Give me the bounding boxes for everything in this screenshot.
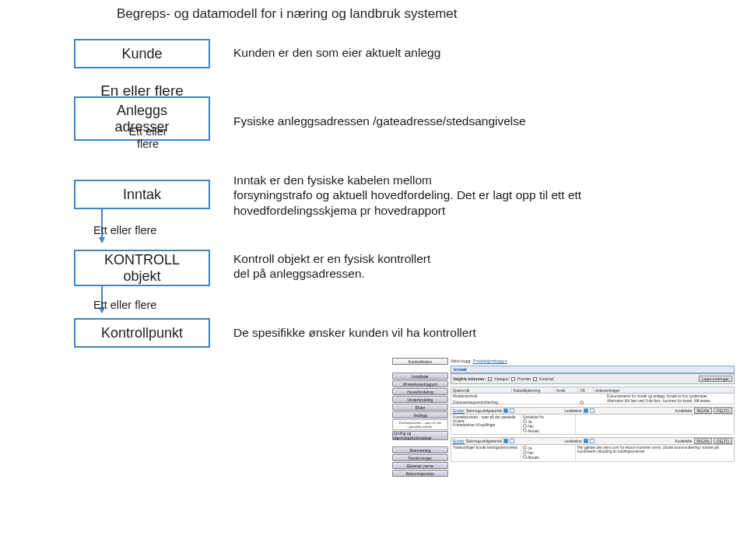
radio-nei[interactable] bbox=[580, 401, 584, 404]
lagre-endringer-button[interactable]: Lagre endringer bbox=[699, 376, 732, 382]
subgrid-2: Tidskoblinger kunde kettingsdam(virke) J… bbox=[451, 445, 735, 462]
radio-aktuelt-2[interactable] bbox=[523, 455, 527, 459]
entity-kunde: Kunde bbox=[74, 39, 210, 68]
desc-kunde: Kunden er den som eier aktuelt anlegg bbox=[233, 45, 440, 60]
valgfrie-label: Valgfrie kolonner: bbox=[453, 376, 486, 381]
toggle-oblig-ja-2[interactable] bbox=[503, 439, 508, 443]
aktivt-bygg-dropdown[interactable]: Produksjonsbygg ▾ bbox=[473, 359, 507, 363]
th-sporsmal: Spørsmål bbox=[451, 387, 512, 393]
radio-nei-2[interactable] bbox=[523, 450, 527, 454]
section-row-1: Endret Setningsobligatorisk Ledetekst Ko… bbox=[451, 407, 735, 415]
entity-anleggs-label-1: Anleggs bbox=[117, 103, 167, 119]
screenshot-software-ui: Kontrollstatus Installatør Ønskehovedrap… bbox=[392, 358, 735, 509]
sidebar-branntetting[interactable]: Branntetting bbox=[392, 446, 448, 453]
tab-kontrollstatus[interactable]: Kontrollstatus bbox=[392, 358, 448, 365]
multiplicity-kontroll-kontrollpunkt: Ett eller flere bbox=[93, 299, 156, 311]
valgfrie-kolonner-bar: Valgfrie kolonner: Kategori Prioritet Ko… bbox=[451, 373, 735, 384]
th-avlev: Avleverniniger bbox=[594, 387, 734, 393]
checkbox-prioritet[interactable] bbox=[511, 377, 515, 381]
page-title: Begreps- og datamodell for i næring og l… bbox=[117, 6, 458, 22]
sidebar-onskehovedrapport[interactable]: Ønskehovedrapport bbox=[392, 380, 448, 387]
felto-button-2[interactable]: FELTO bbox=[714, 438, 732, 444]
checkbox-kostnad[interactable] bbox=[533, 377, 537, 381]
desc-inntak: Inntak er den fysiske kabelen mellom for… bbox=[233, 173, 591, 218]
sidebar-underfordeling[interactable]: Underfordeling bbox=[392, 396, 448, 403]
toggle-oblig-nei-1[interactable] bbox=[510, 408, 514, 413]
sidebar-kontaktpunkter[interactable]: Kontaktpunkter - spør on detspesielle av… bbox=[392, 419, 448, 430]
th-avvik: Avvik bbox=[555, 387, 578, 393]
sidebar-bilder[interactable]: Bilder bbox=[392, 404, 448, 411]
radio-ja-2[interactable] bbox=[523, 446, 527, 450]
felto-button-1[interactable]: FELTO bbox=[714, 408, 732, 414]
endret-link-2[interactable]: Endret bbox=[453, 439, 465, 443]
multiplicity-inntak-kontroll: Ett eller flere bbox=[93, 224, 156, 236]
th-ok: OK bbox=[578, 387, 594, 393]
sidebar-elektrisk-varme[interactable]: Elektrisk varme bbox=[392, 462, 448, 469]
section-row-2: Endret Setningsobligatorisk Ledetekst Ko… bbox=[451, 437, 735, 445]
sidebar-forskruvinger[interactable]: Forskruvinger bbox=[392, 454, 448, 461]
toggle-lede-ja-1[interactable] bbox=[584, 408, 588, 413]
aktivt-bygg-label: Aktivt bygg: bbox=[451, 359, 472, 363]
entity-kontrollpunkt-label: Kontrollpunkt bbox=[101, 325, 183, 341]
toggle-oblig-nei-2[interactable] bbox=[510, 439, 514, 443]
sidebar-jording[interactable]: Jording og skjermingsforbindelser bbox=[392, 431, 448, 440]
sidebar-hovedfordeling[interactable]: Hovedfordeling bbox=[392, 388, 448, 395]
checkbox-kategori[interactable] bbox=[488, 377, 492, 381]
table-body-1: Mottaksforhold Dokumentasjonsinnhenting … bbox=[451, 394, 735, 404]
entity-kontrollpunkt: Kontrollpunkt bbox=[74, 318, 210, 348]
entity-inntak-label: Inntak bbox=[123, 187, 161, 203]
sidebar-installator[interactable]: Installatør bbox=[392, 373, 448, 380]
panel-inntak: Inntak bbox=[451, 366, 735, 373]
toggle-oblig-ja-1[interactable] bbox=[503, 408, 508, 413]
desc-anleggs: Fysiske anleggsadressen /gateadresse/ste… bbox=[233, 114, 526, 128]
sidebar-belysningsutstyr[interactable]: Belysningsutstyr bbox=[392, 470, 448, 477]
toggle-lede-ja-2[interactable] bbox=[584, 439, 588, 443]
multiplicity-anleggs-inntak: Ett eller flere bbox=[117, 126, 179, 150]
rigan-button-2[interactable]: RIGAN bbox=[694, 438, 713, 444]
toggle-lede-nei-1[interactable] bbox=[590, 408, 594, 413]
radio-nei-1b[interactable] bbox=[523, 424, 527, 428]
entity-kontroll-label-2: objekt bbox=[123, 268, 160, 285]
th-kabelskjerming: Kabelskjerming bbox=[512, 387, 555, 393]
endret-link-1[interactable]: Endret bbox=[453, 408, 465, 413]
entity-kunde-label: Kunde bbox=[121, 46, 162, 62]
entity-kontroll-objekt: KONTROLL objekt bbox=[74, 250, 210, 286]
table-header: Spørsmål Kabelskjerming Avvik OK Avlever… bbox=[451, 387, 735, 394]
desc-kontroll: Kontroll objekt er en fysisk kontrollert… bbox=[233, 251, 430, 282]
radio-aktuelt-1[interactable] bbox=[523, 429, 527, 432]
radio-ja-1[interactable] bbox=[523, 419, 527, 423]
rigan-button-1[interactable]: RIGAN bbox=[694, 408, 713, 414]
entity-inntak: Inntak bbox=[74, 180, 210, 209]
entity-kontroll-label-1: KONTROLL bbox=[104, 252, 180, 268]
toggle-lede-nei-2[interactable] bbox=[590, 439, 594, 443]
sidebar-vedlegg[interactable]: Vedlegg bbox=[392, 411, 448, 418]
desc-kontrollpunkt: De spesifikke ønsker kunden vil ha kontr… bbox=[233, 325, 476, 340]
subgrid-1: Kontaktpunkter - spør på det spesielle b… bbox=[451, 415, 735, 435]
